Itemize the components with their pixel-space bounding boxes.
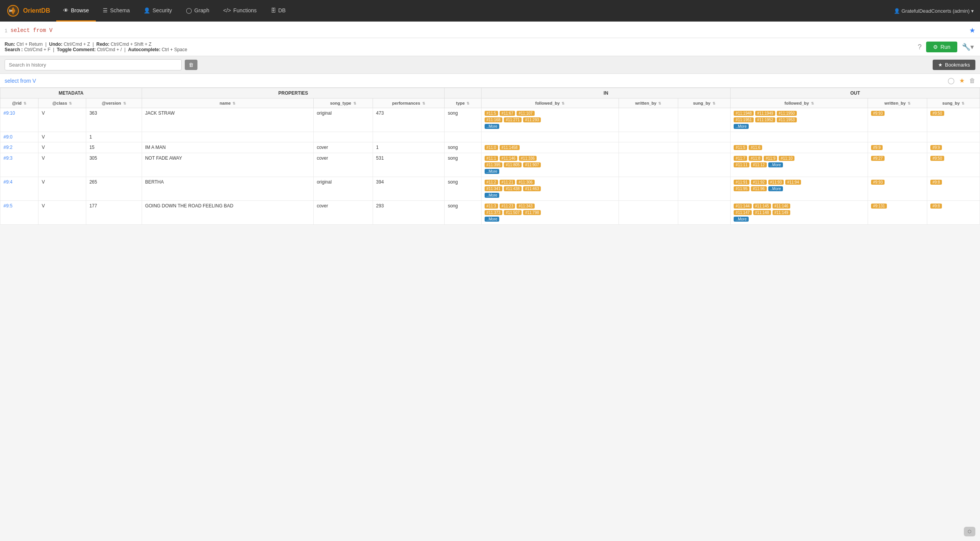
tag[interactable]: #11:94 — [785, 180, 801, 185]
col-version[interactable]: @version ⇅ — [86, 99, 142, 108]
tag[interactable]: #9:131 — [871, 204, 887, 209]
tag[interactable]: #11:146 — [500, 156, 517, 161]
more-tag[interactable]: ..More — [485, 193, 499, 198]
record-link[interactable]: #9:10 — [3, 110, 15, 116]
nav-browse[interactable]: 👁 Browse — [56, 0, 96, 22]
col-out-followed-by[interactable]: followed_by ⇅ — [731, 99, 868, 108]
nav-schema[interactable]: ☰ Schema — [96, 0, 137, 22]
tag[interactable]: #11:8 — [749, 156, 762, 161]
more-tag[interactable]: ..More — [734, 217, 748, 222]
tag[interactable]: #11:95 — [734, 186, 749, 191]
tag[interactable]: #9:50 — [930, 156, 944, 161]
col-performances[interactable]: performances ⇅ — [373, 99, 445, 108]
tag[interactable]: #11:293 — [523, 117, 541, 122]
tag[interactable]: #9:8 — [930, 204, 942, 209]
tag[interactable]: #9:27 — [871, 156, 885, 161]
tag[interactable]: #11:144 — [734, 204, 751, 209]
col-type[interactable]: type ⇅ — [445, 99, 481, 108]
tag[interactable]: #11:6 — [749, 145, 762, 150]
tag[interactable]: #11:21 — [500, 180, 515, 185]
tag[interactable]: #11:93 — [768, 180, 784, 185]
tag[interactable]: #11:91 — [734, 180, 749, 185]
col-in-sung-by[interactable]: sung_by ⇅ — [678, 99, 730, 108]
tag[interactable]: #11:23 — [500, 204, 515, 209]
tag[interactable]: #9:9 — [871, 145, 882, 150]
tag[interactable]: #11:343 — [517, 204, 534, 209]
table-cell[interactable]: #9:3 — [0, 153, 38, 177]
tag[interactable]: #11:145 — [753, 204, 771, 209]
tag[interactable]: #11:149 — [773, 210, 790, 215]
tag[interactable]: #11:463 — [523, 186, 541, 191]
tag[interactable]: #11:907 — [523, 162, 541, 167]
help-button[interactable]: ? — [916, 42, 923, 53]
tag[interactable]: #11:7 — [734, 156, 747, 161]
tag[interactable]: #11:12 — [751, 162, 767, 167]
tag[interactable]: #11:9 — [764, 156, 777, 161]
col-rid[interactable]: @rid ⇅ — [0, 99, 38, 108]
tag[interactable]: #11:107 — [517, 111, 534, 116]
record-link[interactable]: #9:2 — [3, 145, 12, 150]
more-tag[interactable]: ..More — [485, 169, 499, 174]
more-tag[interactable]: ..More — [768, 186, 783, 191]
table-cell[interactable]: #9:5 — [0, 201, 38, 225]
tag[interactable]: #11:1952 — [755, 117, 775, 122]
col-out-written-by[interactable]: written_by ⇅ — [868, 99, 927, 108]
star-result-icon[interactable]: ★ — [959, 77, 965, 84]
tag[interactable]: #9:93 — [871, 180, 885, 185]
table-cell[interactable]: #9:10 — [0, 108, 38, 132]
table-cell[interactable]: #9:4 — [0, 177, 38, 201]
record-link[interactable]: #9:3 — [3, 155, 12, 161]
nav-db[interactable]: 🗄 DB — [264, 0, 293, 22]
tag[interactable]: #11:96 — [751, 186, 767, 191]
more-tag[interactable]: ..More — [768, 162, 783, 167]
delete-result-icon[interactable]: 🗑 — [969, 77, 975, 84]
tag[interactable]: #11:168 — [485, 117, 502, 122]
tag[interactable]: #11:1953 — [777, 117, 797, 122]
tag[interactable]: #9:9 — [930, 145, 942, 150]
tag[interactable]: #11:10 — [779, 156, 794, 161]
tag[interactable]: #11:0 — [485, 145, 498, 150]
record-link[interactable]: #9:0 — [3, 134, 12, 140]
tag[interactable]: #11:271 — [504, 117, 522, 122]
tag[interactable]: #11:1950 — [777, 111, 797, 116]
tag[interactable]: #11:1948 — [734, 111, 754, 116]
tag[interactable]: #11:805 — [504, 162, 522, 167]
tag[interactable]: #11:438 — [504, 186, 522, 191]
table-cell[interactable]: #9:0 — [0, 132, 38, 142]
nav-graph[interactable]: ◯ Graph — [179, 0, 216, 22]
col-class[interactable]: @class ⇅ — [38, 99, 86, 108]
user-menu[interactable]: 👤 GratefulDeadConcerts (admin) ▾ — [894, 8, 974, 14]
col-in-written-by[interactable]: written_by ⇅ — [619, 99, 678, 108]
record-link[interactable]: #9:4 — [3, 179, 12, 185]
tag[interactable]: #11:2 — [485, 180, 498, 185]
tag[interactable]: #11:507 — [504, 210, 522, 215]
tag[interactable]: #11:67 — [500, 111, 515, 116]
record-link[interactable]: #9:5 — [3, 203, 12, 209]
col-in-followed-by[interactable]: followed_by ⇅ — [481, 99, 619, 108]
tag[interactable]: #11:336 — [519, 156, 537, 161]
bookmarks-button[interactable]: ★ Bookmarks — [933, 60, 975, 70]
tag[interactable]: #11:798 — [523, 210, 541, 215]
tag[interactable]: #11:92 — [751, 180, 767, 185]
tag[interactable]: #11:341 — [485, 186, 502, 191]
col-name[interactable]: name ⇅ — [142, 99, 313, 108]
brand[interactable]: OrientDB — [6, 4, 50, 18]
tag[interactable]: #11:5 — [485, 111, 498, 116]
tag[interactable]: #11:3 — [485, 204, 498, 209]
query-content[interactable]: select from V — [10, 27, 52, 33]
more-tag[interactable]: ..More — [485, 217, 499, 222]
tag[interactable]: #11:1951 — [734, 117, 754, 122]
bookmark-star-icon[interactable]: ★ — [969, 26, 975, 35]
tag[interactable]: #11:11 — [734, 162, 749, 167]
tag[interactable]: #9:50 — [930, 111, 944, 116]
search-history-input[interactable] — [5, 59, 182, 70]
refresh-icon[interactable]: ◯ — [948, 77, 955, 84]
tag[interactable]: #11:148 — [753, 210, 771, 215]
tag[interactable]: #9:8 — [930, 180, 942, 185]
settings-button[interactable]: 🔧▾ — [960, 41, 975, 53]
col-out-sung-by[interactable]: sung_by ⇅ — [927, 99, 980, 108]
tag[interactable]: #11:5 — [734, 145, 747, 150]
nav-functions[interactable]: </> Functions — [216, 0, 264, 22]
nav-security[interactable]: 👤 Security — [137, 0, 179, 22]
more-tag[interactable]: ..More — [485, 124, 499, 129]
